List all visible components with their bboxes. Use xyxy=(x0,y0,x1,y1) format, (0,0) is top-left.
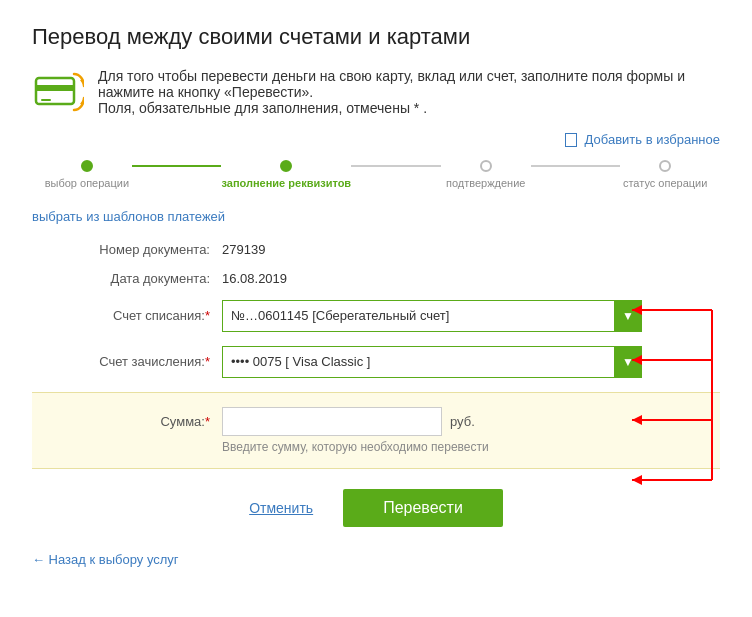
step-4-dot xyxy=(659,160,671,172)
info-block: Для того чтобы перевести деньги на свою … xyxy=(32,68,720,116)
debit-row: Счет списания:* №…0601145 [Сберегательны… xyxy=(32,300,720,332)
step-3-label: подтверждение xyxy=(446,177,525,189)
debit-label: Счет списания:* xyxy=(32,308,222,323)
credit-label: Счет зачисления:* xyxy=(32,354,222,369)
debit-select[interactable]: №…0601145 [Сберегательный счет] ▼ xyxy=(222,300,642,332)
credit-select-wrapper: •••• 0075 [ Visa Classic ] ▼ xyxy=(222,346,642,378)
step-2-dot xyxy=(280,160,292,172)
transfer-icon xyxy=(32,68,84,116)
doc-date-row: Дата документа: 16.08.2019 xyxy=(32,271,720,286)
amount-label: Сумма:* xyxy=(32,414,222,429)
amount-req: * xyxy=(205,414,210,429)
debit-select-text: №…0601145 [Сберегательный счет] xyxy=(231,308,609,323)
svg-marker-3 xyxy=(80,98,84,104)
svg-marker-2 xyxy=(80,80,84,86)
credit-dropdown-arrow: ▼ xyxy=(614,346,642,378)
doc-number-label: Номер документа: xyxy=(32,242,222,257)
page-wrapper: Перевод между своими счетами и картами Д… xyxy=(0,0,752,617)
connector-2 xyxy=(351,165,441,167)
cancel-button[interactable]: Отменить xyxy=(249,500,313,516)
doc-number-row: Номер документа: 279139 xyxy=(32,242,720,257)
step-2: заполнение реквизитов xyxy=(221,160,351,189)
step-1: выбор операции xyxy=(42,160,132,189)
add-favorites-wrapper: Добавить в избранное xyxy=(32,132,720,150)
step-4: статус операции xyxy=(620,160,710,189)
debit-req: * xyxy=(205,308,210,323)
submit-button[interactable]: Перевести xyxy=(343,489,503,527)
amount-input-row: Сумма:* руб. xyxy=(32,407,720,436)
back-link[interactable]: ← Назад к выбору услуг xyxy=(32,552,179,567)
credit-req: * xyxy=(205,354,210,369)
credit-row: Счет зачисления:* •••• 0075 [ Visa Class… xyxy=(32,346,720,378)
amount-row: Сумма:* руб. Введите сумму, которую необ… xyxy=(32,392,720,469)
info-main-text: Для того чтобы перевести деньги на свою … xyxy=(98,68,720,100)
amount-input[interactable] xyxy=(222,407,442,436)
add-favorites-label: Добавить в избранное xyxy=(585,132,720,147)
progress-bar: выбор операции заполнение реквизитов под… xyxy=(32,160,720,189)
step-1-dot xyxy=(81,160,93,172)
required-note: Поля, обязательные для заполнения, отмеч… xyxy=(98,100,720,116)
doc-number-value: 279139 xyxy=(222,242,265,257)
template-link[interactable]: выбрать из шаблонов платежей xyxy=(32,209,720,224)
svg-marker-12 xyxy=(632,475,642,485)
bookmark-icon xyxy=(565,133,577,147)
connector-3 xyxy=(531,165,621,167)
amount-hint: Введите сумму, которую необходимо переве… xyxy=(222,440,720,454)
step-3: подтверждение xyxy=(441,160,531,189)
step-4-label: статус операции xyxy=(623,177,707,189)
amount-unit: руб. xyxy=(450,414,475,429)
svg-rect-1 xyxy=(36,85,74,91)
connector-1 xyxy=(132,165,222,167)
step-3-dot xyxy=(480,160,492,172)
step-1-label: выбор операции xyxy=(45,177,129,189)
info-text-block: Для того чтобы перевести деньги на свою … xyxy=(98,68,720,116)
doc-date-value: 16.08.2019 xyxy=(222,271,287,286)
page-title: Перевод между своими счетами и картами xyxy=(32,24,720,50)
debit-select-wrapper: №…0601145 [Сберегательный счет] ▼ xyxy=(222,300,642,332)
debit-dropdown-arrow: ▼ xyxy=(614,300,642,332)
credit-select-text: •••• 0075 [ Visa Classic ] xyxy=(231,354,609,369)
buttons-row: Отменить Перевести xyxy=(32,489,720,527)
amount-input-wrapper: руб. xyxy=(222,407,475,436)
step-2-label: заполнение реквизитов xyxy=(221,177,351,189)
credit-select[interactable]: •••• 0075 [ Visa Classic ] ▼ xyxy=(222,346,642,378)
add-favorites-link[interactable]: Добавить в избранное xyxy=(565,132,720,147)
doc-date-label: Дата документа: xyxy=(32,271,222,286)
